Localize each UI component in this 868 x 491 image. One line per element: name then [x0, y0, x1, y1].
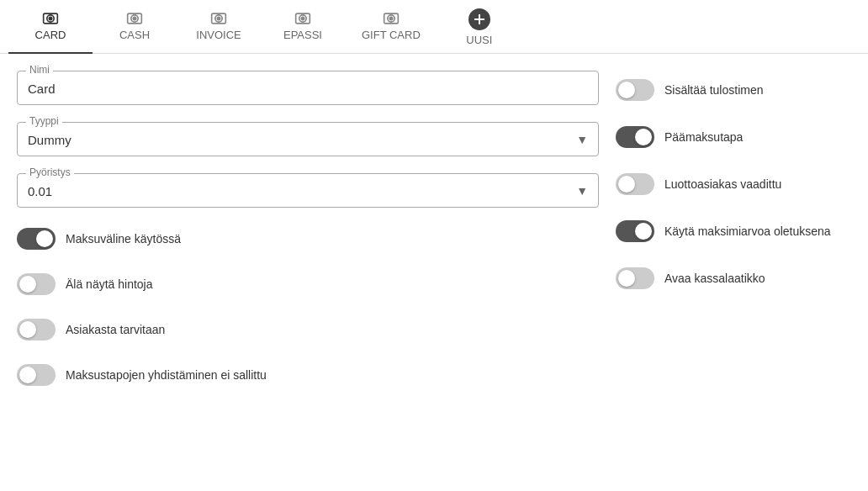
toggle-luotto-switch[interactable]: [616, 173, 654, 195]
toggle-luotto-label: Luottoasiakas vaadittu: [664, 177, 781, 191]
right-panel: Sisältää tulostimen Päämaksutapa Luottoa…: [616, 71, 851, 389]
toggle-luotto: Luottoasiakas vaadittu: [616, 173, 851, 195]
type-label: Tyyppi: [26, 115, 62, 127]
toggle-alanahinta-label: Älä näytä hintoja: [66, 277, 153, 291]
toggle-avaa-label: Avaa kassalaatikko: [664, 272, 765, 285]
type-field-wrapper: Tyyppi Dummy Stripe PayPal Manual ▼: [17, 122, 599, 156]
svg-point-7: [217, 17, 221, 21]
toggle-asiakas-switch[interactable]: [17, 319, 56, 341]
left-panel: Nimi Tyyppi Dummy Stripe PayPal Manual ▼…: [17, 71, 599, 389]
main-content: Nimi Tyyppi Dummy Stripe PayPal Manual ▼…: [0, 54, 868, 406]
toggle-alanahinta-switch[interactable]: [17, 273, 56, 295]
toggle-maksvali-switch[interactable]: [17, 228, 56, 250]
toggle-asiakas: Asiakasta tarvitaan: [17, 315, 599, 344]
tab-invoice-label: INVOICE: [196, 29, 241, 41]
toggle-maksvali-label: Maksuväline käytössä: [66, 232, 181, 246]
tab-giftcard[interactable]: GIFT CARD: [345, 0, 437, 53]
toggle-makstapojen-switch[interactable]: [17, 364, 56, 386]
svg-point-4: [133, 17, 137, 21]
add-icon: [468, 8, 490, 30]
name-input[interactable]: [28, 78, 588, 98]
name-label: Nimi: [26, 64, 53, 76]
giftcard-tab-icon: [381, 8, 401, 29]
tab-cash[interactable]: CASH: [93, 0, 177, 53]
tab-epassi-label: EPASSI: [283, 29, 322, 41]
tab-giftcard-label: GIFT CARD: [362, 29, 421, 41]
toggle-avaa-switch[interactable]: [616, 267, 654, 289]
toggle-kayta-switch[interactable]: [616, 220, 654, 242]
toggle-kayta-label: Käytä maksimiarvoa oletuksena: [664, 224, 831, 238]
rounding-select[interactable]: 0.01 0.05 0.10 0.50 1.00: [28, 181, 568, 200]
toggle-sisaltaa: Sisältää tulostimen: [616, 79, 851, 101]
tab-uusi-label: UUSI: [466, 34, 492, 46]
svg-point-13: [389, 17, 393, 21]
svg-point-1: [49, 17, 53, 21]
tab-cash-label: CASH: [119, 29, 150, 41]
tab-uusi[interactable]: UUSI: [437, 0, 521, 53]
toggle-kayta: Käytä maksimiarvoa oletuksena: [616, 220, 851, 242]
type-select[interactable]: Dummy Stripe PayPal Manual: [28, 129, 568, 149]
toggle-alanahinta: Älä näytä hintoja: [17, 270, 599, 298]
tab-invoice[interactable]: INVOICE: [177, 0, 261, 53]
toggle-makstapojen: Maksustapojen yhdistäminen ei sallittu: [17, 361, 599, 389]
toggle-asiakas-label: Asiakasta tarvitaan: [66, 323, 165, 336]
toggle-sisaltaa-switch[interactable]: [616, 79, 654, 101]
toggle-avaa: Avaa kassalaatikko: [616, 267, 851, 289]
epassi-tab-icon: [293, 8, 313, 29]
tab-epassi[interactable]: EPASSI: [261, 0, 345, 53]
svg-point-10: [301, 17, 305, 21]
toggle-paamaksu-switch[interactable]: [616, 126, 654, 148]
tab-card[interactable]: CARD: [8, 0, 93, 53]
card-tab-icon: [40, 8, 61, 29]
rounding-label: Pyöristys: [26, 166, 74, 178]
toggle-maksvali: Maksuväline käytössä: [17, 224, 599, 253]
type-select-arrow: ▼: [576, 133, 588, 146]
toggle-makstapojen-label: Maksustapojen yhdistäminen ei sallittu: [66, 368, 267, 382]
rounding-select-arrow: ▼: [576, 184, 588, 198]
toggle-paamaksu: Päämaksutapa: [616, 126, 851, 148]
invoice-tab-icon: [209, 8, 229, 29]
toggle-sisaltaa-label: Sisältää tulostimen: [664, 83, 764, 97]
tab-bar: CARD CASH INVOICE: [0, 0, 868, 54]
name-field-wrapper: Nimi: [17, 71, 599, 105]
rounding-field-wrapper: Pyöristys 0.01 0.05 0.10 0.50 1.00 ▼: [17, 173, 599, 208]
cash-tab-icon: [124, 8, 145, 29]
toggle-paamaksu-label: Päämaksutapa: [664, 130, 743, 144]
tab-card-label: CARD: [35, 29, 66, 41]
